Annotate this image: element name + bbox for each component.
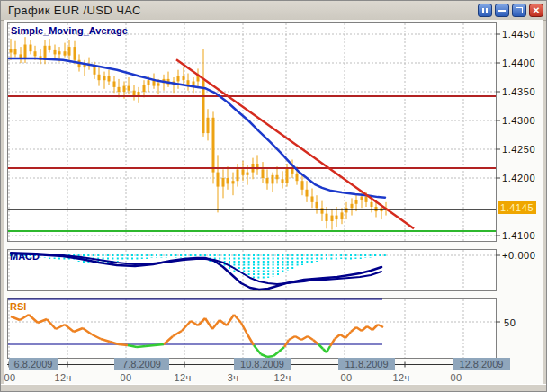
time-label: 00 bbox=[341, 372, 353, 383]
macd-panel[interactable] bbox=[7, 249, 497, 291]
pause-button[interactable] bbox=[478, 4, 492, 17]
time-label: 12ч bbox=[175, 372, 192, 383]
price-axis-label: 1.4200 bbox=[502, 173, 535, 183]
price-axis-label: 1.4400 bbox=[502, 58, 535, 68]
date-label: 7.8.2009 bbox=[114, 358, 169, 370]
time-label: 3ч bbox=[228, 372, 238, 383]
rsi-label: RSI bbox=[10, 301, 26, 312]
window-bottom-edge bbox=[1, 384, 546, 391]
main-chart-panel[interactable] bbox=[7, 22, 497, 242]
macd-axis-label: +0.000 bbox=[502, 250, 536, 261]
date-label: 6.8.2009 bbox=[9, 358, 58, 370]
date-label: 12.8.2009 bbox=[453, 358, 510, 370]
price-axis-label: 1.4350 bbox=[502, 86, 535, 97]
pause-icon bbox=[482, 8, 484, 13]
price-axis-label: 1.4100 bbox=[502, 230, 535, 241]
price-axis-label: 1.4450 bbox=[502, 29, 535, 40]
rsi-axis-label: 50 bbox=[504, 317, 516, 328]
minimize-button[interactable] bbox=[495, 4, 509, 17]
maximize-button[interactable] bbox=[512, 4, 526, 17]
time-label: 00 bbox=[121, 372, 132, 383]
price-axis-label: 1.4300 bbox=[502, 115, 535, 126]
time-label: 00 bbox=[4, 372, 16, 383]
rsi-panel[interactable] bbox=[7, 298, 497, 359]
date-label: 10.8.2009 bbox=[234, 358, 291, 370]
time-label: 00 bbox=[451, 372, 462, 383]
current-price-tag: 1.4145 bbox=[498, 201, 536, 214]
time-label: 12ч bbox=[55, 372, 72, 383]
title-bar[interactable]: График EUR /USD ЧАС ✕ bbox=[1, 1, 546, 21]
close-icon: ✕ bbox=[530, 4, 543, 16]
window-controls: ✕ bbox=[478, 4, 543, 17]
indicator-label: Simple_Moving_Average bbox=[11, 25, 128, 36]
date-label: 11.8.2009 bbox=[338, 358, 395, 370]
price-axis-label: 1.4250 bbox=[502, 144, 535, 155]
time-label: 12ч bbox=[274, 372, 291, 383]
close-button[interactable]: ✕ bbox=[529, 4, 543, 17]
minimize-icon bbox=[498, 10, 506, 12]
macd-label: MACD bbox=[10, 251, 40, 262]
maximize-icon bbox=[516, 7, 523, 13]
window-title: График EUR /USD ЧАС bbox=[8, 4, 141, 17]
time-label: 12ч bbox=[393, 372, 410, 383]
